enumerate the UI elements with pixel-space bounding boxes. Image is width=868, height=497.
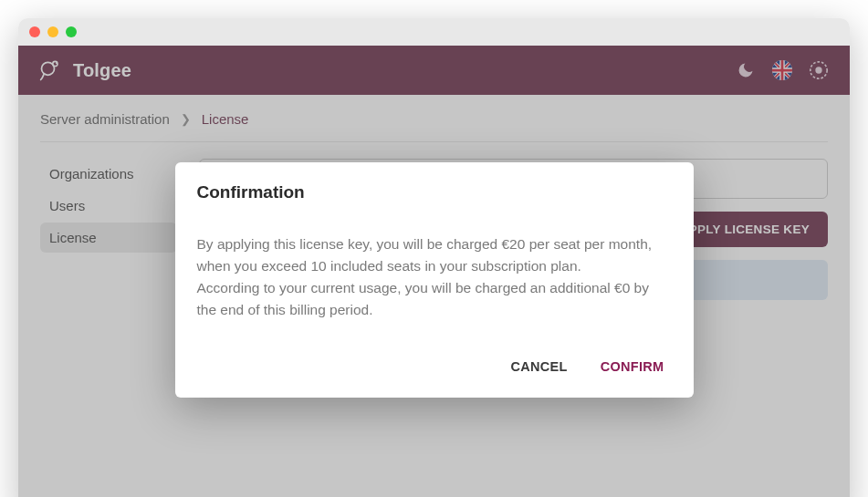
window-minimize-dot[interactable] <box>47 26 58 37</box>
dialog-title: Confirmation <box>197 182 672 202</box>
macos-titlebar <box>18 18 850 46</box>
app-window: Tolgee <box>18 18 850 497</box>
window-zoom-dot[interactable] <box>66 26 77 37</box>
window-close-dot[interactable] <box>29 26 40 37</box>
cancel-button[interactable]: CANCEL <box>507 354 571 379</box>
confirm-button[interactable]: CONFIRM <box>597 354 668 379</box>
dialog-body-line2: According to your current usage, you wil… <box>197 280 649 317</box>
confirmation-dialog: Confirmation By applying this license ke… <box>175 162 694 398</box>
dialog-actions: CANCEL CONFIRM <box>197 347 672 387</box>
dialog-body-line1: By applying this license key, you will b… <box>197 236 653 274</box>
dialog-body: By applying this license key, you will b… <box>197 233 672 321</box>
